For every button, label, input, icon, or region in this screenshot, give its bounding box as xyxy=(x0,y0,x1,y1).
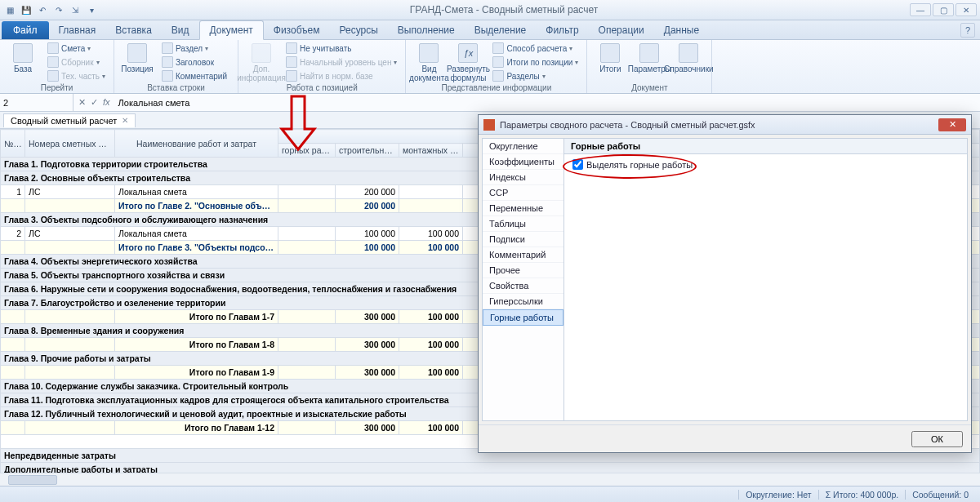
dialog-title-bar[interactable]: Параметры сводного расчета - Сводный сме… xyxy=(479,115,971,135)
highlight-mining-checkbox[interactable]: Выделять горные работы xyxy=(572,159,959,170)
base-button[interactable]: База xyxy=(5,42,41,73)
header-button[interactable]: Заголовок xyxy=(158,56,233,69)
tab-operations[interactable]: Операции xyxy=(589,21,654,39)
help-button[interactable]: ? xyxy=(960,23,975,38)
params-icon xyxy=(639,43,659,63)
group-insert-label: Вставка строки xyxy=(119,83,233,93)
tech-button[interactable]: Тех. часть xyxy=(44,69,109,82)
params-button[interactable]: Параметры xyxy=(631,42,667,73)
sbornik-button[interactable]: Сборник xyxy=(44,56,109,69)
qat-redo-icon[interactable]: ↷ xyxy=(52,3,65,16)
sum-icon xyxy=(492,56,504,68)
horizontal-scrollbar[interactable] xyxy=(0,473,980,486)
itemtotals-button[interactable]: Итоги по позиции xyxy=(489,56,581,69)
qat-undo-icon[interactable]: ↶ xyxy=(36,3,49,16)
status-rounding[interactable]: Округление: Нет xyxy=(738,490,818,500)
calcmethod-button[interactable]: Способ расчета xyxy=(489,42,581,55)
group-position-label: Работа с позицией xyxy=(243,83,400,93)
scroll-thumb[interactable] xyxy=(8,475,57,485)
tab-volume[interactable]: Физобъем xyxy=(264,21,330,39)
app-title: ГРАНД-Смета - Сводный сметный расчет xyxy=(98,4,910,16)
ribbon-tabs: Файл Главная Вставка Вид Документ Физобъ… xyxy=(0,20,980,40)
dialog-title: Параметры сводного расчета - Сводный сме… xyxy=(500,120,938,130)
minimize-button[interactable]: ― xyxy=(910,3,931,16)
dialog-nav-item[interactable]: ССР xyxy=(483,185,564,201)
tab-view[interactable]: Вид xyxy=(162,21,199,39)
col-construction[interactable]: строительных работ xyxy=(336,144,399,158)
cancel-icon[interactable]: ✕ xyxy=(78,97,86,108)
col-assembly[interactable]: монтажных работ xyxy=(399,144,463,158)
extra-info-button[interactable]: Доп. информация xyxy=(243,42,279,82)
dialog-nav-item[interactable]: Прочее xyxy=(483,263,564,278)
accept-icon[interactable]: ✓ xyxy=(91,97,98,108)
qat-dropdown-icon[interactable]: ▾ xyxy=(85,3,98,16)
maximize-button[interactable]: ▢ xyxy=(933,3,954,16)
title-bar: ▦ 💾 ↶ ↷ ⇲ ▾ ГРАНД-Смета - Сводный сметны… xyxy=(0,0,980,20)
tab-insert[interactable]: Вставка xyxy=(105,21,162,39)
sections-icon xyxy=(492,70,504,82)
sections-button[interactable]: Разделы xyxy=(489,69,581,82)
view-icon xyxy=(419,43,439,63)
col-num[interactable]: № п.п xyxy=(1,130,25,158)
dialog-nav-item[interactable]: Комментарий xyxy=(483,247,564,263)
tab-resources[interactable]: Ресурсы xyxy=(330,21,388,39)
status-messages[interactable]: Сообщений: 0 xyxy=(905,490,975,500)
comment-button[interactable]: Комментарий xyxy=(158,69,233,82)
info-icon xyxy=(252,43,271,63)
expand-formulas-button[interactable]: ƒxРазвернуть формулы xyxy=(450,42,486,82)
group-goto-label: Перейти xyxy=(5,83,109,93)
dialog-close-button[interactable]: ✕ xyxy=(938,118,966,131)
totals-button[interactable]: Итоги xyxy=(592,42,628,73)
qat-save-icon[interactable]: 💾 xyxy=(20,3,33,16)
formula-input[interactable]: Локальная смета xyxy=(115,98,980,108)
tab-home[interactable]: Главная xyxy=(49,21,106,39)
file-tab[interactable]: Файл xyxy=(2,21,49,39)
close-tab-icon[interactable]: ✕ xyxy=(122,116,128,125)
status-total[interactable]: Σ Итого: 400 000р. xyxy=(818,490,905,500)
window-controls: ― ▢ ✕ xyxy=(910,3,977,16)
col-name[interactable]: Наименование работ и затрат xyxy=(115,130,278,158)
refs-button[interactable]: Справочники xyxy=(670,42,706,73)
tab-execution[interactable]: Выполнение xyxy=(388,21,465,39)
ignore-button[interactable]: Не учитывать xyxy=(283,42,400,55)
tab-data[interactable]: Данные xyxy=(654,21,709,39)
doc-icon xyxy=(47,42,59,54)
dialog-nav-item[interactable]: Таблицы xyxy=(483,216,564,232)
checkbox-input[interactable] xyxy=(572,159,583,170)
comment-icon xyxy=(162,70,173,82)
quick-access-toolbar: ▦ 💾 ↶ ↷ ⇲ ▾ xyxy=(3,3,98,16)
tab-selection[interactable]: Выделение xyxy=(465,21,537,39)
position-button[interactable]: Позиция xyxy=(119,42,155,73)
findnorm-button[interactable]: Найти в норм. базе xyxy=(283,69,400,82)
section-button[interactable]: Раздел xyxy=(158,42,233,55)
dialog-nav-item[interactable]: Свойства xyxy=(483,278,564,294)
tab-document[interactable]: Документ xyxy=(199,20,264,40)
plus-icon xyxy=(127,43,147,63)
dialog-nav-item[interactable]: Округление xyxy=(483,139,564,154)
group-presentation-label: Представление информации xyxy=(411,83,581,93)
dialog-nav-item[interactable]: Коэффициенты xyxy=(483,154,564,170)
ribbon: База Смета Сборник Тех. часть Перейти По… xyxy=(0,40,980,94)
group-document-label: Документ xyxy=(592,83,706,93)
col-code[interactable]: Номера сметных расчетов и смет xyxy=(25,130,115,158)
cell-reference[interactable]: 2 xyxy=(0,94,74,111)
smeta-button[interactable]: Смета xyxy=(44,42,109,55)
docview-button[interactable]: Вид документа xyxy=(411,42,447,82)
dialog-nav-item[interactable]: Горные работы xyxy=(483,309,564,326)
refs-icon xyxy=(679,43,698,63)
dialog-nav-item[interactable]: Индексы xyxy=(483,170,564,185)
fx-label[interactable]: fx xyxy=(103,97,110,108)
baselevel-button[interactable]: Начальный уровень цен xyxy=(283,56,400,69)
dialog-nav-item[interactable]: Переменные xyxy=(483,201,564,216)
dialog-nav: ОкруглениеКоэффициентыИндексыССРПеременн… xyxy=(483,139,564,420)
dialog-nav-item[interactable]: Подписи xyxy=(483,232,564,247)
qat-pin-icon[interactable]: ⇲ xyxy=(69,3,82,16)
sheet-tab[interactable]: Сводный сметный расчет✕ xyxy=(3,113,136,127)
dialog-nav-item[interactable]: Гиперссылки xyxy=(483,294,564,309)
col-mining[interactable]: горных работ xyxy=(278,144,336,158)
gear-icon xyxy=(47,70,59,82)
tab-filter[interactable]: Фильтр xyxy=(536,21,588,39)
qat-app-icon[interactable]: ▦ xyxy=(3,3,16,16)
close-button[interactable]: ✕ xyxy=(956,3,977,16)
ok-button[interactable]: ОК xyxy=(911,431,963,447)
